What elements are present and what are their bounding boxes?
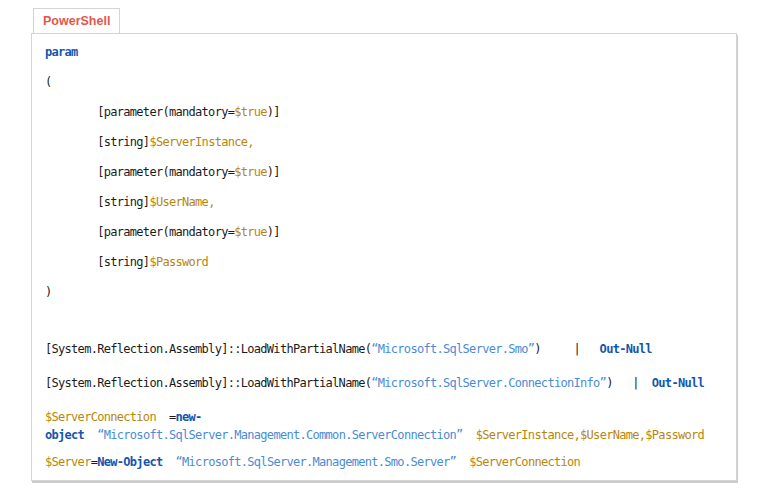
code-token-variable: $ServerConnection: [45, 410, 156, 424]
code-token-plain: [parameter(mandatory=: [45, 165, 234, 179]
code-line: [parameter(mandatory=$true)]: [45, 165, 724, 179]
code-token-plain: [162, 455, 175, 469]
code-token-variable: $Server: [45, 455, 91, 469]
code-token-plain: [string]: [45, 135, 149, 149]
code-line: [System.Reflection.Assembly]::LoadWithPa…: [45, 342, 724, 356]
code-sample-widget: PowerShell param( [parameter(mandatory=$…: [31, 8, 737, 481]
code-token-plain: )]: [267, 165, 280, 179]
code-token-string: “Microsoft.SqlServer.Smo”: [371, 342, 534, 356]
code-line: [parameter(mandatory=$true)]: [45, 105, 724, 119]
code-token-plain: )]: [267, 105, 280, 119]
code-token-plain: ): [45, 285, 52, 299]
code-token-string: “Microsoft.SqlServer.ConnectionInfo”: [371, 376, 606, 390]
code-token-plain: ) |: [534, 342, 599, 356]
code-token-variable: $true: [234, 165, 267, 179]
code-line: ): [45, 285, 724, 299]
language-tabbar: PowerShell: [31, 8, 737, 33]
code-token-plain: [string]: [45, 195, 149, 209]
code-token-keyword: object: [45, 428, 84, 442]
code-token-plain: [parameter(mandatory=: [45, 105, 234, 119]
code-token-plain: [parameter(mandatory=: [45, 225, 234, 239]
code-block: param( [parameter(mandatory=$true)] [str…: [31, 33, 737, 481]
code-token-variable: $true: [234, 225, 267, 239]
code-token-plain: [string]: [45, 255, 149, 269]
code-token-string: “Microsoft.SqlServer.Management.Smo.Serv…: [176, 455, 457, 469]
code-token-variable: $ServerInstance,: [149, 135, 253, 149]
code-token-plain: [System.Reflection.Assembly]::LoadWithPa…: [45, 342, 371, 356]
code-token-string: “Microsoft.SqlServer.Management.Common.S…: [97, 428, 462, 442]
code-token-plain: [84, 428, 97, 442]
code-line: (: [45, 75, 724, 89]
code-token-variable: $true: [234, 105, 267, 119]
code-line: param: [45, 45, 724, 59]
code-token-plain: )]: [267, 225, 280, 239]
code-line: [string]$ServerInstance,: [45, 135, 724, 149]
tab-powershell[interactable]: PowerShell: [33, 8, 120, 33]
code-token-keyword: Out-Null: [652, 376, 704, 390]
code-token-plain: [System.Reflection.Assembly]::LoadWithPa…: [45, 376, 371, 390]
code-token-variable: $ServerConnection: [469, 455, 580, 469]
tab-label: PowerShell: [43, 14, 110, 28]
code-line: object “Microsoft.SqlServer.Management.C…: [45, 428, 724, 442]
code-token-keyword: New-Object: [97, 455, 162, 469]
code-token-plain: [463, 428, 476, 442]
code-line: $ServerConnection =new-: [45, 410, 724, 424]
code-token-variable: $UserName,: [149, 195, 214, 209]
code-line: [string]$Password: [45, 255, 724, 269]
code-line: [string]$UserName,: [45, 195, 724, 209]
code-token-keyword: param: [45, 45, 78, 59]
code-token-plain: [456, 455, 469, 469]
code-line: [System.Reflection.Assembly]::LoadWithPa…: [45, 376, 724, 390]
code-token-plain: =: [156, 410, 176, 424]
code-token-plain: ) |: [606, 376, 652, 390]
code-token-keyword: new-: [176, 410, 202, 424]
code-line: [parameter(mandatory=$true)]: [45, 225, 724, 239]
code-line: $Server=New-Object “Microsoft.SqlServer.…: [45, 455, 724, 469]
code-token-variable: $ServerInstance,$UserName,$Password: [476, 428, 704, 442]
code-token-plain: (: [45, 75, 52, 89]
code-token-keyword: Out-Null: [600, 342, 652, 356]
code-token-variable: $Password: [149, 255, 208, 269]
